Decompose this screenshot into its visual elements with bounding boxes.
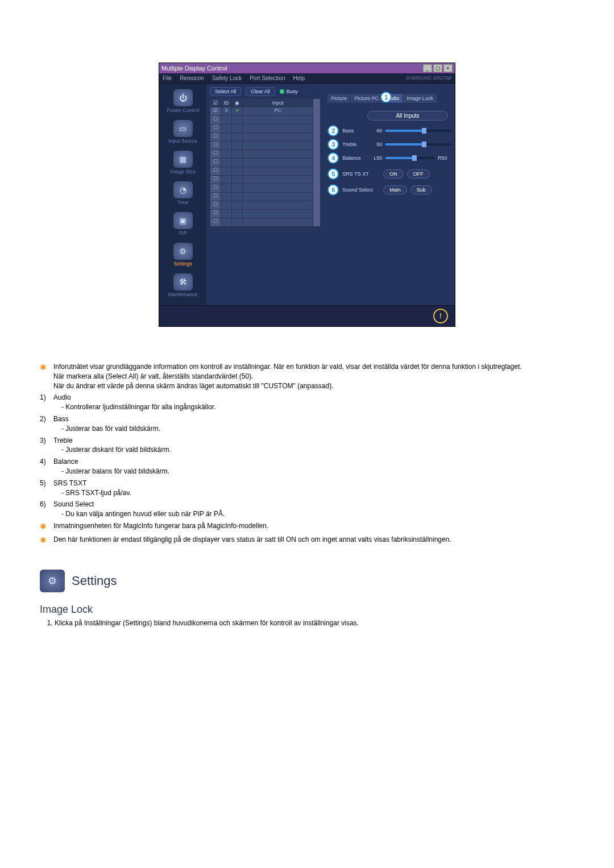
sidebar-item-label: Image Size [170, 169, 196, 175]
window-buttons: _ ▢ × [423, 64, 453, 72]
list-title: Audio [53, 393, 574, 402]
doc-paragraph: Inmatningsenheten för MagicInfo fungerar… [53, 521, 574, 533]
srs-off-button[interactable]: OFF [407, 169, 430, 178]
slider-thumb[interactable] [422, 142, 426, 147]
menu-port-selection[interactable]: Port Selection [250, 75, 285, 81]
treble-slider[interactable] [385, 143, 451, 146]
section-title: Settings [72, 574, 117, 588]
sidebar-item-power[interactable]: ⏻ Power Control [159, 87, 206, 118]
list-desc: - Kontrollerar ljudinställningar för all… [61, 402, 574, 412]
right-panel: Picture Picture PC 1 Audio Image Lock Al… [324, 84, 455, 305]
doc-paragraph: Den här funktionen är endast tillgänglig… [53, 535, 574, 546]
table-row[interactable]: ☐ [210, 175, 313, 184]
gear-icon: ⚙ [173, 243, 193, 260]
table-row[interactable]: ☐ [210, 132, 313, 141]
sidebar-item-maintenance[interactable]: 🛠 Maintenance [159, 271, 206, 302]
sound-main-button[interactable]: Main [383, 185, 407, 194]
sidebar-item-time[interactable]: ◔ Time [159, 179, 206, 210]
menu-help[interactable]: Help [293, 75, 305, 81]
doc-body: ✱ Inforutnätet visar grundläggande infor… [40, 361, 574, 627]
list-title: Bass [53, 414, 574, 424]
balance-slider[interactable] [385, 157, 434, 159]
doc-paragraph: Inforutnätet visar grundläggande informa… [53, 362, 574, 391]
srs-on-button[interactable]: ON [383, 169, 404, 178]
bass-value: 60 [368, 128, 382, 134]
list-step: Klicka på Inställningar (Settings) bland… [55, 619, 574, 627]
table-row[interactable]: ☐ [210, 184, 313, 192]
window-title: Multiple Display Control [161, 65, 227, 72]
callout-6: 6 [327, 184, 339, 196]
list-number: 2) [40, 414, 53, 434]
table-row[interactable]: ☐ [210, 209, 313, 218]
power-icon: ⏻ [173, 89, 193, 106]
tab-picture[interactable]: Picture [327, 94, 350, 103]
slider-thumb[interactable] [412, 155, 417, 161]
bass-slider[interactable] [385, 130, 451, 132]
grid-header: ☑ ID ◉ Input [210, 99, 313, 107]
sound-sub-button[interactable]: Sub [410, 185, 432, 194]
balance-row: 4 Balance L50 R50 [327, 152, 451, 164]
table-row[interactable]: ☐ [210, 141, 313, 149]
sound-select-label: Sound Select [342, 187, 380, 193]
sidebar-item-input-source[interactable]: ▭ Input Source [159, 118, 206, 148]
sidebar: ⏻ Power Control ▭ Input Source ▦ Image S… [159, 84, 206, 305]
table-row[interactable]: ☐ [210, 218, 313, 226]
all-inputs-button[interactable]: All Inputs [367, 111, 448, 121]
list-title: SRS TSXT [53, 479, 574, 488]
balance-right-value: R50 [438, 155, 451, 161]
size-icon: ▦ [173, 151, 193, 168]
table-row[interactable]: ☑ 0 ● PC [210, 107, 313, 115]
pip-icon: ▣ [173, 212, 193, 229]
table-row[interactable]: ☐ [210, 115, 313, 124]
row-id: 0 [221, 107, 232, 115]
menu-safety-lock[interactable]: Safety Lock [212, 75, 242, 81]
table-row[interactable]: ☐ [210, 192, 313, 201]
lamp-icon: ◉ [232, 99, 243, 107]
tab-image-lock[interactable]: Image Lock [403, 94, 437, 103]
bass-label: Bass [342, 128, 365, 134]
list-desc: - Justerar bas för vald bildskärm. [61, 424, 574, 434]
treble-row: 3 Treble 50 [327, 139, 451, 150]
busy-dot-icon [280, 89, 284, 94]
tab-audio[interactable]: 1 Audio [383, 94, 403, 103]
list-desc: - SRS TSXT-ljud på/av. [61, 488, 574, 498]
table-row[interactable]: ☐ [210, 149, 313, 158]
slider-thumb[interactable] [422, 128, 426, 134]
row-check[interactable]: ☑ [210, 107, 221, 115]
minimize-icon[interactable]: _ [423, 64, 432, 72]
select-all-button[interactable]: Select All [210, 87, 241, 96]
balance-label: Balance [342, 155, 365, 161]
callout-5: 5 [327, 168, 339, 180]
sidebar-item-settings[interactable]: ⚙ Settings [159, 240, 206, 271]
scrollbar[interactable] [313, 98, 321, 227]
star-icon: ✱ [40, 535, 53, 546]
sound-select-row: 6 Sound Select Main Sub [327, 184, 451, 196]
table-row[interactable]: ☐ [210, 201, 313, 209]
star-icon: ✱ [40, 362, 53, 391]
display-grid: ☑ ID ◉ Input ☑ 0 ● PC ☐ ☐ ☐ [210, 98, 321, 227]
menu-remocon[interactable]: Remocon [180, 75, 204, 81]
callout-3: 3 [327, 139, 339, 150]
list-title: Balance [53, 457, 574, 467]
maximize-icon[interactable]: ▢ [433, 64, 442, 72]
list-number: 6) [40, 500, 53, 519]
sidebar-item-image-size[interactable]: ▦ Image Size [159, 148, 206, 179]
tab-picture-pc[interactable]: Picture PC [351, 94, 382, 103]
busy-indicator: Busy [280, 89, 298, 94]
menubar: File Remocon Safety Lock Port Selection … [159, 73, 455, 84]
bass-row: 2 Bass 60 [327, 125, 451, 136]
busy-label: Busy [287, 89, 298, 94]
menu-file[interactable]: File [163, 75, 172, 81]
list-number: 5) [40, 479, 53, 498]
app-window: Multiple Display Control _ ▢ × File Remo… [159, 63, 455, 327]
sidebar-item-pip[interactable]: ▣ PIP [159, 210, 206, 240]
close-icon[interactable]: × [443, 64, 453, 72]
list-desc: - Justerar diskant för vald bildskärm. [61, 445, 574, 455]
table-row[interactable]: ☐ [210, 158, 313, 167]
header-check[interactable]: ☑ [210, 99, 221, 107]
list-number: 3) [40, 436, 53, 455]
clear-all-button[interactable]: Clear All [246, 87, 275, 96]
table-row[interactable]: ☐ [210, 167, 313, 175]
wrench-icon: 🛠 [173, 273, 193, 290]
table-row[interactable]: ☐ [210, 124, 313, 132]
